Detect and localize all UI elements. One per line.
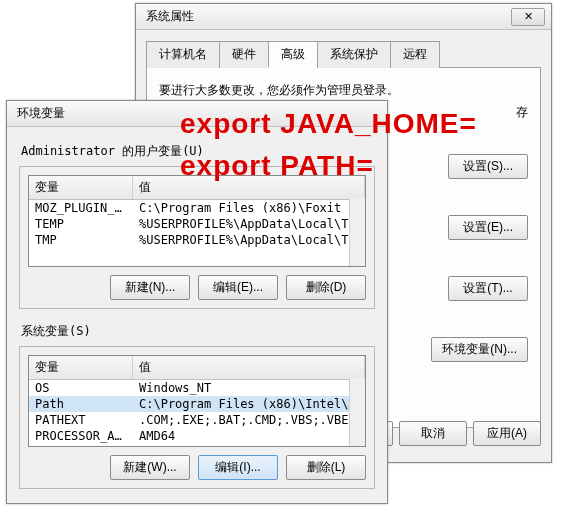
settings-t-button[interactable]: 设置(T)... <box>448 276 528 301</box>
table-row: TMP%USERPROFILE%\AppData\Local\Temp <box>29 232 365 248</box>
sysprop-tabs: 计算机名 硬件 高级 系统保护 远程 <box>146 40 541 68</box>
sys-new-button[interactable]: 新建(W)... <box>110 455 190 480</box>
admin-note: 要进行大多数更改，您必须作为管理员登录。 <box>159 82 528 99</box>
sys-col-val[interactable]: 值 <box>133 356 365 379</box>
sysprop-title: 系统属性 <box>142 8 511 25</box>
user-vars-table[interactable]: 变量 值 MOZ_PLUGIN_PATHC:\Program Files (x8… <box>28 175 366 267</box>
tab-computer-name[interactable]: 计算机名 <box>146 41 220 68</box>
sysprop-cancel-button[interactable]: 取消 <box>399 421 467 446</box>
sys-delete-button[interactable]: 删除(L) <box>286 455 366 480</box>
user-new-button[interactable]: 新建(N)... <box>110 275 190 300</box>
table-row: PATHEXT.COM;.EXE;.BAT;.CMD;.VBS;.VBE;... <box>29 412 365 428</box>
table-row: OSWindows_NT <box>29 380 365 396</box>
table-row: TEMP%USERPROFILE%\AppData\Local\Temp <box>29 216 365 232</box>
sys-scrollbar[interactable] <box>349 378 365 446</box>
sysprop-close-button[interactable]: ✕ <box>511 8 545 26</box>
table-row: PathC:\Program Files (x86)\Intel\TX... <box>29 396 365 412</box>
user-vars-legend: Administrator 的用户变量(U) <box>21 143 375 160</box>
tab-system-protection[interactable]: 系统保护 <box>317 41 391 68</box>
user-col-val[interactable]: 值 <box>133 176 365 199</box>
env-titlebar: 环境变量 <box>7 101 387 127</box>
table-row: MOZ_PLUGIN_PATHC:\Program Files (x86)\Fo… <box>29 200 365 216</box>
settings-e-button[interactable]: 设置(E)... <box>448 215 528 240</box>
tab-remote[interactable]: 远程 <box>390 41 440 68</box>
sysprop-apply-button[interactable]: 应用(A) <box>473 421 541 446</box>
save-hint: 存 <box>516 104 528 121</box>
table-row: PROCESSOR_AR...AMD64 <box>29 428 365 444</box>
user-delete-button[interactable]: 删除(D) <box>286 275 366 300</box>
environment-variables-window: 环境变量 Administrator 的用户变量(U) 变量 值 MOZ_PLU… <box>6 100 388 504</box>
settings-s-button[interactable]: 设置(S)... <box>448 154 528 179</box>
user-scrollbar[interactable] <box>349 198 365 266</box>
system-vars-legend: 系统变量(S) <box>21 323 375 340</box>
sysprop-titlebar: 系统属性 ✕ <box>136 4 551 30</box>
system-vars-table[interactable]: 变量 值 OSWindows_NT PathC:\Program Files (… <box>28 355 366 447</box>
env-variables-button[interactable]: 环境变量(N)... <box>431 337 528 362</box>
env-title: 环境变量 <box>13 105 381 122</box>
user-col-var[interactable]: 变量 <box>29 176 133 199</box>
user-edit-button[interactable]: 编辑(E)... <box>198 275 278 300</box>
tab-advanced[interactable]: 高级 <box>268 41 318 68</box>
sys-edit-button[interactable]: 编辑(I)... <box>198 455 278 480</box>
sys-col-var[interactable]: 变量 <box>29 356 133 379</box>
close-icon: ✕ <box>524 10 533 23</box>
tab-hardware[interactable]: 硬件 <box>219 41 269 68</box>
